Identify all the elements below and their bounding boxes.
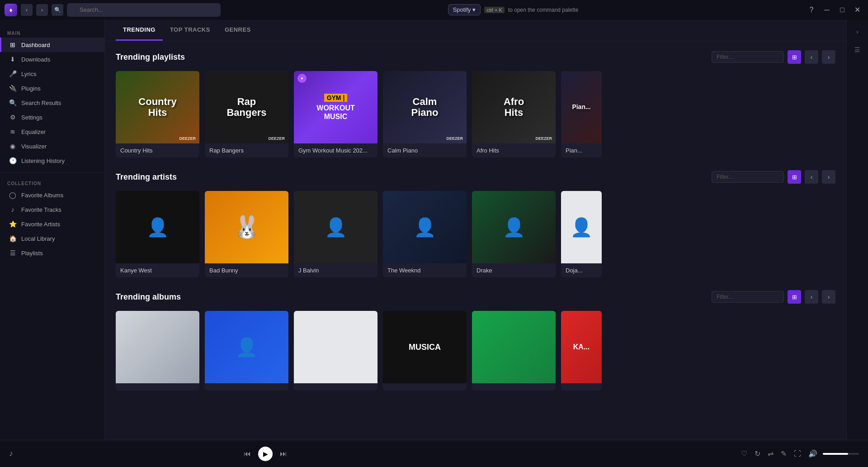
artist-card-label: J Balvin [294, 263, 377, 277]
favorite-albums-icon: ◯ [9, 191, 17, 199]
back-button[interactable]: ‹ [21, 4, 33, 16]
playlist-card-label: Afro Hits [472, 143, 556, 157]
search-toggle-button[interactable]: 🔍 [52, 4, 63, 16]
album-title-text: KA... [573, 343, 590, 351]
sidebar-item-favorite-albums[interactable]: ◯ Favorite Albums [0, 188, 104, 202]
close-button[interactable]: ✕ [852, 4, 863, 16]
heart-button[interactable]: ♡ [739, 448, 749, 460]
source-selector[interactable]: Spotify ▾ [448, 4, 481, 15]
play-pause-button[interactable]: ▶ [258, 447, 273, 461]
album-card-2[interactable]: 👤 [205, 311, 288, 391]
artist-card-label: Doja... [561, 263, 602, 277]
search-input[interactable] [67, 3, 221, 17]
playlist-card-afro-hits[interactable]: AfroHits DEEZER Afro Hits [472, 71, 556, 157]
skip-forward-button[interactable]: ⏭ [278, 448, 289, 460]
sidebar-item-label: Search Results [21, 100, 61, 106]
lyrics-toggle-button[interactable]: ✎ [779, 448, 788, 460]
tab-genres[interactable]: GENRES [217, 20, 258, 41]
volume-fill [823, 453, 848, 455]
sidebar-item-lyrics[interactable]: 🎤 Lyrics [0, 67, 104, 81]
artist-card-the-weeknd[interactable]: 👤 The Weeknd [383, 191, 467, 277]
artists-filter-button[interactable]: ⊞ [788, 170, 801, 184]
tab-trending[interactable]: TRENDING [116, 20, 163, 41]
artist-card-j-balvin[interactable]: 👤 J Balvin [294, 191, 377, 277]
albums-filter-input[interactable] [712, 291, 784, 303]
playlist-card-rap-bangers[interactable]: RapBangers DEEZER Rap Bangers [205, 71, 288, 157]
artists-cards-grid: 👤 Kanye West 🐰 Bad Bunny 👤 J Balvin [116, 191, 835, 277]
minimize-button[interactable]: ─ [821, 4, 833, 16]
trending-artists-title: Trending artists [116, 172, 177, 182]
artists-prev-button[interactable]: ‹ [805, 170, 818, 184]
playlist-card-gym-workout[interactable]: ● GYM | WORKOUTMUSIC Gym Workout Music 2… [294, 71, 377, 157]
right-panel: › ☰ [846, 20, 868, 440]
playlist-card-calm-piano[interactable]: CalmPiano DEEZER Calm Piano [383, 71, 467, 157]
artist-card-label: The Weeknd [383, 263, 467, 277]
sidebar-item-settings[interactable]: ⚙ Settings [0, 110, 104, 124]
sidebar-item-playlists[interactable]: ☰ Playlists [0, 246, 104, 260]
artist-card-kanye-west[interactable]: 👤 Kanye West [116, 191, 199, 277]
trending-albums-header: Trending albums ⊞ ‹ › [116, 290, 835, 304]
sidebar-item-label: Favorite Tracks [21, 206, 61, 213]
albums-filter-button[interactable]: ⊞ [788, 290, 801, 304]
album-card-label [383, 383, 467, 391]
sidebar-item-label: Favorite Albums [21, 192, 63, 199]
right-panel-expand-button[interactable]: › [850, 24, 865, 39]
playlist-card-country-hits[interactable]: CountryHits DEEZER Country Hits [116, 71, 199, 157]
right-panel-menu-button[interactable]: ☰ [850, 43, 865, 57]
maximize-button[interactable]: □ [836, 4, 848, 16]
sidebar-item-equalizer[interactable]: ≋ Equalizer [0, 124, 104, 139]
playlists-next-button[interactable]: › [822, 50, 835, 64]
search-results-icon: 🔍 [9, 99, 17, 106]
album-card-5[interactable] [472, 311, 556, 391]
volume-slider[interactable] [823, 453, 859, 455]
tab-top-tracks[interactable]: TOP TRACKS [163, 20, 217, 41]
artist-card-drake[interactable]: 👤 Drake [472, 191, 556, 277]
sidebar-item-listening-history[interactable]: 🕐 Listening History [0, 153, 104, 168]
playlists-filter-input[interactable] [712, 51, 784, 63]
sidebar-item-downloads[interactable]: ⬇ Downloads [0, 52, 104, 67]
playlists-filter-button[interactable]: ⊞ [788, 50, 801, 64]
playlists-prev-button[interactable]: ‹ [805, 50, 818, 64]
sidebar-item-local-library[interactable]: 🏠 Local Library [0, 231, 104, 246]
trending-artists-controls: ⊞ ‹ › [712, 170, 835, 184]
fullscreen-button[interactable]: ⛶ [792, 448, 803, 460]
forward-button[interactable]: › [36, 4, 48, 16]
tabs-bar: TRENDING TOP TRACKS GENRES [105, 20, 846, 41]
trending-playlists-section: Trending playlists ⊞ ‹ › CountryHits DEE… [105, 41, 846, 161]
sidebar-item-label: Plugins [21, 85, 41, 92]
lyrics-icon: 🎤 [9, 70, 17, 77]
album-card-1[interactable] [116, 311, 199, 391]
album-card-label [472, 383, 556, 391]
sidebar-item-favorite-artists[interactable]: ⭐ Favorite Artists [0, 217, 104, 231]
album-card-6[interactable]: KA... [561, 311, 602, 391]
playlist-card-piano[interactable]: Pian... Pian... [561, 71, 602, 157]
deezer-dot-icon: ● [297, 74, 307, 83]
sidebar-item-favorite-tracks[interactable]: ♪ Favorite Tracks [0, 202, 104, 217]
artists-filter-input[interactable] [712, 171, 784, 183]
collection-section-label: COLLECTION [0, 177, 104, 188]
artist-card-label: Kanye West [116, 263, 199, 277]
album-card-3[interactable] [294, 311, 377, 391]
help-button[interactable]: ? [806, 4, 817, 16]
sidebar-item-search-results[interactable]: 🔍 Search Results [0, 95, 104, 110]
sidebar-item-label: Listening History [21, 157, 65, 164]
artist-card-bad-bunny[interactable]: 🐰 Bad Bunny [205, 191, 288, 277]
skip-back-button[interactable]: ⏮ [242, 448, 253, 460]
repeat-button[interactable]: ↻ [753, 448, 762, 460]
artist-card-doja[interactable]: 👤 Doja... [561, 191, 602, 277]
trending-albums-controls: ⊞ ‹ › [712, 290, 835, 304]
sidebar-item-dashboard[interactable]: ⊞ Dashboard [0, 38, 104, 52]
shuffle-button[interactable]: ⇌ [766, 448, 775, 460]
sidebar-item-plugins[interactable]: 🔌 Plugins [0, 81, 104, 95]
player-controls: ⏮ ▶ ⏭ [242, 447, 289, 461]
filter-icon: ⊞ [792, 294, 797, 300]
albums-prev-button[interactable]: ‹ [805, 290, 818, 304]
artist-silhouette: 👤 [570, 217, 593, 238]
albums-next-button[interactable]: › [822, 290, 835, 304]
sidebar-item-visualizer[interactable]: ◉ Visualizer [0, 139, 104, 153]
album-card-4[interactable]: MUSICA [383, 311, 467, 391]
volume-icon[interactable]: 🔊 [807, 448, 819, 460]
artists-next-button[interactable]: › [822, 170, 835, 184]
album-card-label [205, 383, 288, 391]
player-bar: ♪ ⏮ ▶ ⏭ ♡ ↻ ⇌ ✎ ⛶ 🔊 [0, 440, 868, 467]
